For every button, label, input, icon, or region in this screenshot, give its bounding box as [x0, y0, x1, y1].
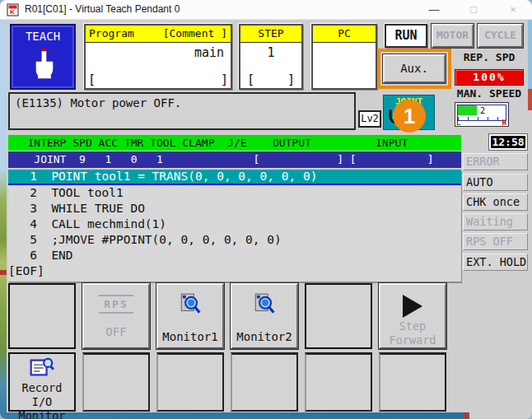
status-rps-off[interactable]: RPS OFF: [463, 233, 528, 250]
comment-header: [Comment ]: [163, 26, 227, 41]
svg-text:K: K: [10, 8, 15, 16]
program-line[interactable]: 2 TOOL tool1: [8, 185, 461, 201]
maximize-button[interactable]: □: [458, 0, 489, 19]
close-button[interactable]: ×: [497, 0, 529, 19]
app-icon: K: [7, 3, 20, 20]
softkey-blank[interactable]: [82, 352, 150, 412]
clock-time: 12:58: [491, 136, 525, 148]
pc-header: PC: [313, 26, 376, 43]
program-name-value: main: [194, 45, 224, 60]
monitor1-label: Monitor1: [158, 330, 222, 343]
program-eof: [EOF]: [8, 263, 461, 279]
speed-high-label: H: [502, 119, 506, 127]
wallpaper-accent: [464, 412, 469, 419]
program-line[interactable]: 4 CALL mechmind(1): [8, 216, 461, 232]
softkey-blank[interactable]: [305, 283, 372, 349]
level-badge: Lv2: [358, 110, 381, 128]
record-io-icon: [10, 357, 74, 381]
desktop-wallpaper-strip: [0, 20, 7, 412]
minimize-button[interactable]: —: [418, 0, 450, 19]
speed-meter-fill: [458, 105, 477, 115]
softkey-rps-off[interactable]: RPS OFF: [82, 283, 150, 349]
step-forward-label: Step Forward: [380, 319, 445, 347]
record-io-monitor-label: Record I/O Monitor: [10, 381, 74, 419]
softkey-blank[interactable]: [8, 283, 76, 349]
softkey-monitor1[interactable]: Monitor1: [156, 283, 224, 349]
program-name-box[interactable]: Program [Comment ] main [ ]: [84, 24, 232, 90]
program-header: Program: [89, 26, 134, 41]
manual-speed-label: MAN. SPEED: [448, 87, 530, 99]
pc-box[interactable]: PC: [311, 24, 377, 90]
clock: 12:58: [488, 133, 528, 151]
status-auto[interactable]: AUTO: [463, 174, 528, 191]
softkey-blank[interactable]: [379, 352, 446, 412]
motor-button[interactable]: MOTOR: [432, 24, 474, 48]
annotation-badge-1: 1: [393, 100, 426, 133]
teach-label: TEACH: [12, 30, 74, 43]
program-header-bar: INTERP SPD ACC TMR TOOL CLAMP J/E OUTPUT…: [8, 135, 461, 151]
monitor2-label: Monitor2: [232, 330, 296, 343]
step-header: STEP: [240, 26, 301, 43]
softkey-blank[interactable]: [305, 352, 372, 412]
bracket-left: [: [247, 72, 254, 87]
repeat-speed-label: REP. SPD: [451, 51, 527, 64]
status-ext-hold[interactable]: EXT. HOLD: [463, 254, 528, 271]
softkey-step-forward[interactable]: Step Forward: [379, 283, 446, 349]
softkey-blank[interactable]: [156, 352, 224, 412]
step-box[interactable]: STEP 1 [ ]: [239, 24, 303, 90]
step-condition-row[interactable]: JOINT 9 1 0 1 [ ] [ ]: [8, 151, 461, 168]
rps-off-label: OFF: [84, 325, 148, 338]
status-chk-once[interactable]: CHK once: [463, 193, 528, 211]
run-button[interactable]: RUN: [385, 24, 427, 48]
step-value: 1: [240, 45, 301, 60]
error-message-box: (E1135) Motor power OFF.: [8, 92, 356, 130]
pointing-hand-icon: [31, 47, 58, 83]
softkey-monitor2[interactable]: Monitor2: [231, 283, 298, 349]
program-line-selected[interactable]: 1 POINT tool1 = TRANS(0, 0, 0, 0, 0, 0): [8, 170, 461, 185]
status-waiting[interactable]: Waiting: [463, 213, 528, 230]
rps-label: RPS: [99, 295, 133, 314]
program-listing: 1 POINT tool1 = TRANS(0, 0, 0, 0, 0, 0) …: [8, 170, 461, 282]
monitor-magnifier-icon: [232, 292, 296, 320]
bracket-right: ]: [287, 72, 295, 87]
repeat-speed-value: 100%: [455, 69, 524, 86]
bracket-left: [: [88, 72, 96, 87]
manual-speed-meter: 2 L H: [455, 102, 509, 127]
window-title: R01[C01] - Virtual Teach Pendant 0: [25, 3, 180, 15]
speed-meter-value: 2: [480, 105, 485, 116]
program-line[interactable]: 5 ;JMOVE #PPOINT(0, 0, 0, 0, 0, 0): [8, 232, 461, 248]
aux-highlight-frame: Aux.: [377, 49, 451, 89]
desktop-wallpaper-strip: [528, 20, 532, 89]
softkey-blank[interactable]: [231, 352, 298, 412]
virtual-teach-pendant-window: K R01[C01] - Virtual Teach Pendant 0 — □…: [0, 0, 532, 419]
speed-low-label: L: [456, 119, 460, 127]
error-message-text: (E1135) Motor power OFF.: [15, 96, 181, 109]
title-bar: K R01[C01] - Virtual Teach Pendant 0 — □…: [0, 0, 532, 20]
program-line[interactable]: 3 WHILE TRUE DO: [8, 201, 461, 216]
aux-button[interactable]: Aux.: [383, 54, 446, 83]
cycle-button[interactable]: CYCLE: [478, 24, 523, 48]
teach-mode-button[interactable]: TEACH: [10, 24, 76, 90]
play-triangle-icon: [403, 295, 422, 318]
speed-meter-ticks: [458, 117, 506, 120]
bracket-right: ]: [221, 72, 228, 87]
wallpaper-accent: [0, 270, 7, 275]
program-line[interactable]: 6 END: [8, 248, 461, 263]
status-error[interactable]: ERROR: [463, 153, 528, 170]
softkey-record-io-monitor[interactable]: Record I/O Monitor: [8, 352, 76, 412]
monitor-magnifier-icon: [158, 292, 222, 320]
